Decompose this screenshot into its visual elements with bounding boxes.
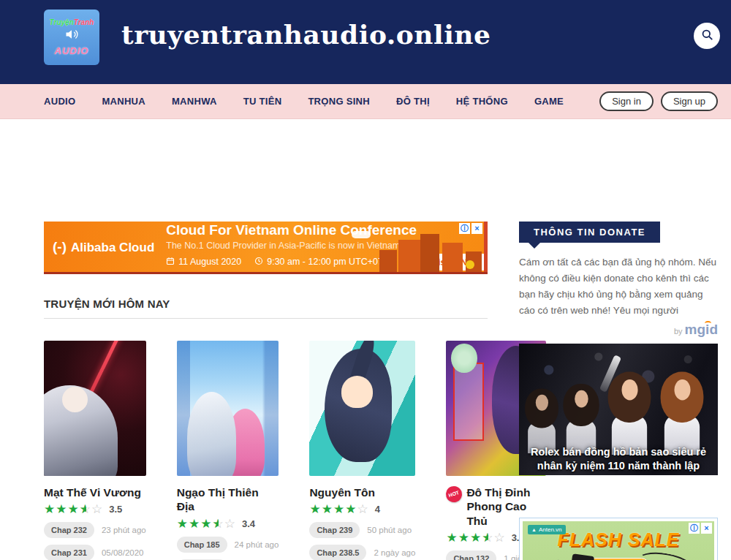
cover-art-accent xyxy=(226,409,265,477)
site-header: TruyệnTranh AUDIO truyentranhaudio.onlin… xyxy=(0,0,731,84)
nav-item-manhua[interactable]: MANHUA xyxy=(102,96,145,107)
speaker-icon xyxy=(64,27,79,45)
alibaba-logo-mark: (-) xyxy=(53,239,67,255)
ad-time: 9:30 am - 12:00 pm UTC+07:00 xyxy=(267,257,395,267)
rating-value: 4 xyxy=(375,504,380,515)
site-title[interactable]: truyentranhaudio.online xyxy=(121,19,491,50)
chapter-row: Chap 232 23 phút ago xyxy=(44,522,146,538)
ad-info-icon[interactable]: ⓘ xyxy=(459,223,470,234)
site-logo[interactable]: TruyệnTranh AUDIO xyxy=(44,10,99,65)
mgid-attribution: bymgid xyxy=(519,322,718,338)
calendar-icon xyxy=(166,257,175,268)
chapter-row: Chap 238.5 2 ngày ago xyxy=(309,545,415,560)
native-ad[interactable]: Rolex bán đồng hồ bản sao siêu rẻ nhân k… xyxy=(519,344,718,475)
ad-choices: ⓘ × xyxy=(459,223,482,234)
native-ad-caption: Rolex bán đồng hồ bản sao siêu rẻ nhân k… xyxy=(523,445,713,473)
chapter-time: 05/08/2020 xyxy=(102,548,144,557)
chapter-row: Chap 185 24 phút ago xyxy=(177,537,279,553)
rating-value: 3.4 xyxy=(242,518,255,529)
content-area: (-) Alibaba Cloud Cloud For Vietnam Onli… xyxy=(0,119,731,560)
ad-close-icon[interactable]: × xyxy=(701,523,712,534)
donate-text: Cám ơn tất cả các bạn đã ủng hộ nhóm. Nế… xyxy=(519,254,718,318)
logo-text: TruyệnTranh xyxy=(50,18,94,26)
ad-close-icon[interactable]: × xyxy=(471,223,482,234)
mgid-logo[interactable]: mgid xyxy=(685,322,718,337)
nav-item-tu-tien[interactable]: TU TIÊN xyxy=(243,96,282,107)
nav-item-do-thi[interactable]: ĐÔ THỊ xyxy=(396,96,430,107)
page: TruyệnTranh AUDIO truyentranhaudio.onlin… xyxy=(0,0,731,560)
comic-title-text: Nguyên Tôn xyxy=(309,485,375,499)
mgid-by-label: by xyxy=(674,327,683,336)
comic-grid: Mạt Thế Vi Vương ★★★☆★☆ 3.5 Chap 232 23 … xyxy=(44,341,488,560)
alibaba-logo-name: Alibaba Cloud xyxy=(71,241,154,255)
chapter-link[interactable]: Chap 231 xyxy=(44,545,94,560)
nav-item-game[interactable]: GAME xyxy=(534,96,564,107)
nav-item-manhwa[interactable]: MANHWA xyxy=(172,96,217,107)
chapter-link[interactable]: Chap 238.5 xyxy=(309,545,366,560)
comic-title[interactable]: Ngạo Thị Thiên Địa xyxy=(177,485,279,514)
flash-sale-ad-inner: ▲ Anten.vn FLASH SALE XEM NGAY ⓘ × xyxy=(523,521,714,560)
logo-text-part1: Truyện xyxy=(50,18,74,26)
alibaba-ad-banner[interactable]: (-) Alibaba Cloud Cloud For Vietnam Onli… xyxy=(44,222,488,274)
comic-title[interactable]: Mạt Thế Vi Vương xyxy=(44,485,146,499)
star-rating: ★★★☆★☆ xyxy=(44,503,103,515)
comic-card: Mạt Thế Vi Vương ★★★☆★☆ 3.5 Chap 232 23 … xyxy=(44,341,146,560)
chapter-row: Chap 239 50 phút ago xyxy=(309,522,415,538)
comic-title-text: Mạt Thế Vi Vương xyxy=(44,485,141,499)
sign-up-button[interactable]: Sign up xyxy=(661,91,718,111)
star-rating: ★★★☆★☆ xyxy=(446,531,505,544)
star-rating: ★★★☆★☆ xyxy=(177,518,236,530)
ad-buildings-illustration xyxy=(379,230,482,272)
sidebar: THÔNG TIN DONATE Cám ơn tất cả các bạn đ… xyxy=(519,222,718,560)
rating-row: ★★★★☆ 4 xyxy=(309,503,415,515)
advertiser-badge: ▲ Anten.vn xyxy=(528,525,566,534)
comic-card: Nguyên Tôn ★★★★☆ 4 Chap 239 50 phút ago … xyxy=(309,341,415,560)
chapter-time: 2 ngày ago xyxy=(374,548,415,557)
chapter-link[interactable]: Chap 239 xyxy=(309,522,360,538)
ad-date: 11 August 2020 xyxy=(178,257,241,267)
star-rating: ★★★★☆ xyxy=(309,503,368,515)
logo-audio-label: AUDIO xyxy=(55,45,89,56)
comic-card: Ngạo Thị Thiên Địa ★★★☆★☆ 3.4 Chap 185 2… xyxy=(177,341,279,560)
chapter-time: 23 phút ago xyxy=(102,526,146,534)
comic-cover[interactable] xyxy=(309,341,415,476)
hot-badge: HOT xyxy=(444,484,465,504)
comic-title-text: Ngạo Thị Thiên Địa xyxy=(177,485,279,514)
main-column: (-) Alibaba Cloud Cloud For Vietnam Onli… xyxy=(44,222,488,560)
nav-item-audio[interactable]: AUDIO xyxy=(44,96,75,107)
nav-item-trong-sinh[interactable]: TRỌNG SINH xyxy=(308,96,370,107)
ad-info-icon[interactable]: ⓘ xyxy=(689,523,700,534)
section-title: TRUYỆN MỚI HÔM NAY xyxy=(44,298,488,319)
clock-icon xyxy=(254,257,263,268)
cover-art-accent xyxy=(62,387,88,412)
ad-red-strip xyxy=(484,222,488,272)
chapter-time: 24 phút ago xyxy=(235,540,279,549)
chapter-link[interactable]: Chap 185 xyxy=(177,537,227,553)
rating-value: 3.5 xyxy=(109,504,122,515)
search-icon xyxy=(700,28,714,44)
logo-text-part2: Tranh xyxy=(74,18,94,26)
comic-cover[interactable] xyxy=(44,341,146,476)
chapter-link[interactable]: Chap 232 xyxy=(44,522,94,538)
alibaba-logo: (-) Alibaba Cloud xyxy=(44,239,166,255)
search-button[interactable] xyxy=(694,23,720,49)
chapter-time: 50 phút ago xyxy=(367,526,412,534)
advertiser-logo-icon: ▲ xyxy=(531,527,537,532)
advertiser-name: Anten.vn xyxy=(539,526,562,533)
flash-sale-ad[interactable]: ▲ Anten.vn FLASH SALE XEM NGAY ⓘ × xyxy=(519,518,718,560)
nav-item-he-thong[interactable]: HỆ THỐNG xyxy=(456,96,508,107)
rating-row: ★★★☆★☆ 3.5 xyxy=(44,503,146,515)
main-nav: AUDIO MANHUA MANHWA TU TIÊN TRỌNG SINH Đ… xyxy=(0,84,731,119)
sign-in-button[interactable]: Sign in xyxy=(599,91,654,111)
comic-cover[interactable] xyxy=(177,341,279,476)
rating-row: ★★★☆★☆ 3.4 xyxy=(177,518,279,530)
donate-ribbon: THÔNG TIN DONATE xyxy=(519,222,660,243)
ad-choices: ⓘ × xyxy=(689,523,712,534)
comic-title[interactable]: Nguyên Tôn xyxy=(309,485,415,499)
cover-art-accent xyxy=(451,344,477,374)
cover-art-accent xyxy=(345,341,379,398)
chapter-row: Chap 231 05/08/2020 xyxy=(44,545,146,560)
phone-product-image xyxy=(567,554,594,560)
chapter-link[interactable]: Chap 132 xyxy=(446,550,496,560)
